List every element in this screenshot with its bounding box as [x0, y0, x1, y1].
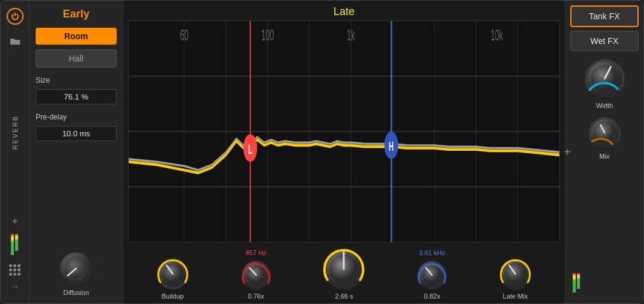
buildup-group: Buildup: [156, 257, 190, 300]
high-mult-knob[interactable]: [416, 259, 448, 291]
svg-text:L: L: [248, 141, 253, 156]
dots-grid[interactable]: [9, 264, 21, 276]
arrow-icon[interactable]: →: [11, 282, 19, 291]
frequency-display: 60 100 1k 10k L H: [128, 21, 560, 242]
reverb-label: REVERB: [11, 115, 19, 150]
svg-text:60: 60: [180, 27, 188, 43]
tank-fx-button[interactable]: Tank FX: [570, 5, 639, 27]
svg-text:H: H: [389, 139, 394, 154]
latemix-knob[interactable]: [498, 257, 532, 291]
late-title: Late: [123, 1, 565, 21]
right-plus-button[interactable]: +: [564, 145, 571, 159]
svg-text:1k: 1k: [347, 27, 355, 43]
left-sidebar: REVERB + →: [1, 1, 30, 303]
right-panel: Tank FX Wet FX Width: [565, 1, 643, 303]
latemix-group: Late Mix: [498, 257, 532, 300]
mix-knob[interactable]: [587, 115, 622, 150]
buildup-knob[interactable]: [156, 257, 190, 291]
plugin-container: REVERB + → Early Room Hall Size 76.1 % P…: [0, 0, 644, 304]
hall-button[interactable]: Hall: [36, 49, 117, 68]
high-freq-label: 3.61 kHz: [419, 249, 445, 256]
vu-meter-left: [11, 234, 19, 258]
diffusion-section: Diffusion: [36, 250, 117, 296]
decay-knob[interactable]: [322, 247, 365, 291]
latemix-label: Late Mix: [503, 293, 528, 300]
knobs-row: Buildup 457 Hz 0.76x: [123, 242, 565, 303]
highmult-group: 3.61 kHz 0.82x: [416, 249, 448, 300]
buildup-label: Buildup: [162, 293, 184, 300]
svg-text:100: 100: [261, 27, 274, 43]
decay-group: 2.66 s: [322, 247, 365, 300]
predelay-value[interactable]: 10.0 ms: [36, 126, 117, 141]
folder-icon[interactable]: [7, 33, 24, 50]
width-label: Width: [596, 102, 613, 109]
right-vu-section: [570, 271, 639, 299]
sidebar-bottom: + →: [9, 215, 21, 291]
vu-meter-right: [573, 273, 581, 297]
wet-fx-button[interactable]: Wet FX: [570, 31, 639, 51]
mix-section: Mix: [570, 115, 639, 160]
svg-text:10k: 10k: [491, 27, 503, 43]
low-mult-label: 0.76x: [248, 293, 264, 300]
early-section: Early Room Hall Size 76.1 % Pre-delay 10…: [30, 1, 123, 303]
diffusion-knob[interactable]: [58, 250, 94, 287]
high-mult-label: 0.82x: [424, 293, 440, 300]
low-mult-knob[interactable]: [240, 259, 272, 291]
size-label: Size: [36, 76, 117, 84]
low-freq-label: 457 Hz: [245, 249, 266, 256]
add-left-button[interactable]: +: [11, 215, 18, 228]
diffusion-label: Diffusion: [63, 289, 89, 296]
predelay-label: Pre-delay: [36, 113, 117, 121]
power-button[interactable]: [7, 8, 24, 25]
width-knob[interactable]: [584, 57, 626, 100]
room-button[interactable]: Room: [36, 28, 117, 45]
main-display: Late 60 100 1k: [123, 1, 565, 303]
decay-label: 2.66 s: [335, 293, 353, 300]
early-title: Early: [36, 8, 117, 21]
width-section: Width: [570, 57, 639, 109]
eq-curve: 60 100 1k 10k L H: [129, 21, 559, 242]
mix-label: Mix: [599, 153, 610, 160]
lowmult-group: 457 Hz 0.76x: [240, 249, 272, 300]
size-value[interactable]: 76.1 %: [36, 89, 117, 104]
